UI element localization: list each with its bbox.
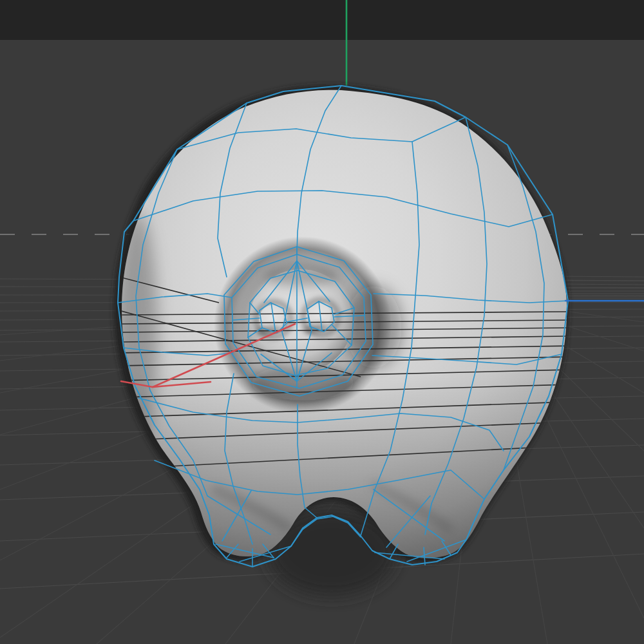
viewport[interactable] — [0, 0, 644, 644]
viewport-canvas[interactable] — [0, 0, 644, 644]
topbar[interactable] — [0, 0, 644, 40]
